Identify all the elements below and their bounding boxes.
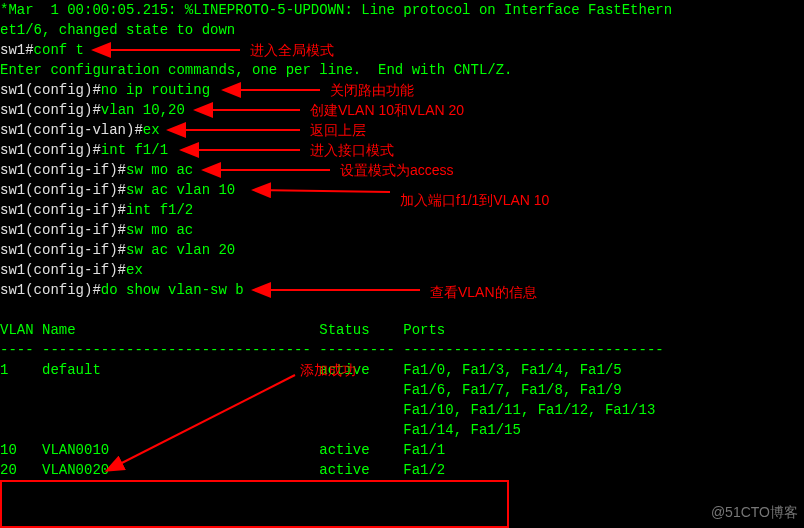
table-row: 1 default active Fa1/0, Fa1/3, Fa1/4, Fa… — [0, 360, 804, 380]
prompt: sw1(config-if)# — [0, 242, 126, 258]
annotation-vlan: 创建VLAN 10和VLAN 20 — [310, 100, 464, 120]
cli-line: sw1(config)#int f1/1 — [0, 140, 804, 160]
command: sw mo ac — [126, 222, 193, 238]
annotation-conft: 进入全局模式 — [250, 40, 334, 60]
command: sw ac vlan 10 — [126, 182, 235, 198]
cli-line: sw1(config-if)#sw mo ac — [0, 220, 804, 240]
command: conf t — [34, 42, 84, 58]
annotation-noip: 关闭路由功能 — [330, 80, 414, 100]
command: sw mo ac — [126, 162, 193, 178]
table-row: Fa1/6, Fa1/7, Fa1/8, Fa1/9 — [0, 380, 804, 400]
terminal-screen: { "log": { "l1": "*Mar 1 00:00:05.215: %… — [0, 0, 804, 528]
cli-line: sw1(config-vlan)#ex — [0, 120, 804, 140]
highlight-box — [0, 480, 509, 528]
prompt: sw1(config)# — [0, 102, 101, 118]
prompt: sw1(config)# — [0, 82, 101, 98]
cli-output: Enter configuration commands, one per li… — [0, 60, 804, 80]
prompt: sw1(config-if)# — [0, 222, 126, 238]
prompt: sw1(config)# — [0, 142, 101, 158]
blank-line — [0, 300, 804, 320]
command: int f1/1 — [101, 142, 168, 158]
command: ex — [126, 262, 143, 278]
prompt: sw1(config-vlan)# — [0, 122, 143, 138]
table-row: 20 VLAN0020 active Fa1/2 — [0, 460, 804, 480]
cli-line: sw1(config-if)#ex — [0, 260, 804, 280]
annotation-intf: 进入接口模式 — [310, 140, 394, 160]
annotation-ex: 返回上层 — [310, 120, 366, 140]
table-row: Fa1/14, Fa1/15 — [0, 420, 804, 440]
vlan-table-divider: ---- -------------------------------- --… — [0, 340, 804, 360]
table-row: 10 VLAN0010 active Fa1/1 — [0, 440, 804, 460]
annotation-doshow: 查看VLAN的信息 — [430, 282, 537, 302]
annotation-moac: 设置模式为access — [340, 160, 454, 180]
command: vlan 10,20 — [101, 102, 185, 118]
prompt: sw1(config)# — [0, 282, 101, 298]
command: ex — [143, 122, 160, 138]
command: no ip routing — [101, 82, 210, 98]
cli-line: sw1#conf t — [0, 40, 804, 60]
table-row: Fa1/10, Fa1/11, Fa1/12, Fa1/13 — [0, 400, 804, 420]
command: int f1/2 — [126, 202, 193, 218]
vlan-table-header: VLAN Name Status Ports — [0, 320, 804, 340]
cli-line: sw1(config-if)#sw ac vlan 20 — [0, 240, 804, 260]
log-line: et1/6, changed state to down — [0, 20, 804, 40]
annotation-acvlan10: 加入端口f1/1到VLAN 10 — [400, 190, 549, 210]
prompt: sw1(config-if)# — [0, 182, 126, 198]
prompt: sw1(config-if)# — [0, 162, 126, 178]
prompt: sw1(config-if)# — [0, 262, 126, 278]
cli-line: sw1(config)#do show vlan-sw b — [0, 280, 804, 300]
command: sw ac vlan 20 — [126, 242, 235, 258]
annotation-success: 添加成功 — [300, 360, 356, 380]
prompt: sw1# — [0, 42, 34, 58]
command: do show vlan-sw b — [101, 282, 244, 298]
prompt: sw1(config-if)# — [0, 202, 126, 218]
log-line: *Mar 1 00:00:05.215: %LINEPROTO-5-UPDOWN… — [0, 0, 804, 20]
watermark: @51CTO博客 — [711, 502, 798, 522]
